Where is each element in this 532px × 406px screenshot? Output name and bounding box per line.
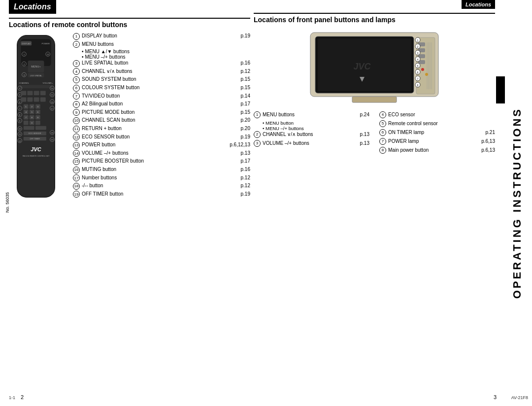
panel-sub: • MENU button [263, 120, 369, 126]
panel-item: 8 Main power button p.6,13 [379, 147, 495, 154]
left-page: Locations Locations of remote control bu… [9, 0, 250, 406]
right-page: Locations Locations of front panel butto… [254, 0, 495, 406]
svg-text:11: 11 [19, 133, 21, 135]
list-item: 5 SOUND SYSTEM button p.15 [73, 76, 250, 83]
list-item: 10 CHANNEL SCAN button p.20 [73, 117, 250, 124]
svg-text:RM-C216 REMOTE CONTROL UNIT: RM-C216 REMOTE CONTROL UNIT [23, 155, 49, 157]
svg-text:4: 4 [417, 58, 419, 61]
tv-panel-area: JVC 1 2 3 4 [254, 28, 495, 107]
list-item: 11 RETURN + button p.20 [73, 125, 250, 133]
remote-svg: DISPLAY POWER 1 13 2 MENU+ 3 LIVE SP [9, 33, 63, 200]
list-item: 15 PICTURE BOOSTER button p.17 [73, 158, 250, 165]
svg-text:10: 10 [19, 128, 21, 130]
svg-text:5: 5 [417, 65, 419, 68]
side-black-bar [496, 76, 505, 103]
svg-rect-36 [21, 98, 26, 102]
list-item: 3 LIVE SPATIAL button p.16 [73, 60, 250, 67]
list-item: 1 DISPLAY button p.19 [73, 33, 250, 40]
svg-text:CHANNEL: CHANNEL [19, 82, 29, 84]
panel-item: 4 ECO sensor [379, 111, 495, 118]
svg-text:16: 16 [51, 101, 53, 103]
svg-text:12: 12 [19, 140, 21, 142]
svg-text:2: 2 [417, 45, 419, 48]
svg-text:DISPLAY: DISPLAY [22, 42, 31, 45]
svg-text:18: 18 [51, 132, 53, 134]
svg-text:14: 14 [51, 87, 53, 90]
page-num-right: 3 [494, 394, 497, 400]
page-num-small: 1-1 [9, 395, 15, 400]
svg-text:LIVE SPATIAL: LIVE SPATIAL [30, 75, 42, 77]
panel-item: 7 POWER lamp p.6,13 [379, 138, 495, 145]
panel-item: 6 ON TIMER lamp p.21 [379, 129, 495, 136]
page-num-left: 2 [21, 394, 24, 400]
svg-text:POWER: POWER [41, 42, 50, 45]
tv-svg: JVC 1 2 3 4 [300, 28, 448, 106]
svg-rect-73 [35, 126, 46, 130]
list-item: 8 A2 Bilingual button p.17 [73, 101, 250, 108]
svg-text:JVC: JVC [353, 62, 371, 71]
svg-rect-72 [24, 126, 34, 130]
list-item: 2 MENU buttons [73, 41, 250, 48]
panel-left-col: 1 MENU buttons p.24 • MENU button • MENU… [254, 111, 369, 156]
list-item: 7 TV/VIDEO button p.14 [73, 93, 250, 100]
list-item: 6 COLOUR SYSTEM button p.15 [73, 84, 250, 92]
list-item: 19 OFF TIMER button p.19 [73, 191, 250, 198]
top-divider [9, 18, 250, 19]
side-title-panel: OPERATING INSTRUCTIONS [502, 0, 532, 406]
svg-text:OFF TIMER: OFF TIMER [30, 138, 40, 140]
list-item: 13 POWER button p.6,12,13 [73, 141, 250, 149]
left-subsection-title: Locations of remote control buttons [9, 21, 250, 29]
svg-rect-39 [40, 98, 46, 102]
panel-item: 3 VOLUME –/+ buttons p.13 [254, 140, 369, 147]
svg-rect-37 [27, 98, 33, 102]
svg-rect-28 [21, 91, 26, 95]
svg-text:13: 13 [47, 53, 49, 56]
svg-rect-38 [34, 98, 39, 102]
right-subsection-title: Locations of front panel buttons and lam… [254, 16, 495, 24]
svg-rect-66 [24, 121, 29, 125]
list-item: 18 -/-- button p.12 [73, 182, 250, 190]
svg-text:7: 7 [417, 77, 419, 80]
button-list: 1 DISPLAY button p.19 2 MENU buttons • M… [73, 33, 250, 201]
svg-point-102 [425, 73, 428, 76]
svg-rect-31 [40, 91, 46, 95]
svg-text:17: 17 [51, 107, 53, 110]
right-top-divider [254, 13, 495, 14]
model-num: AV-21F8 [511, 395, 528, 400]
svg-text:JVC: JVC [31, 146, 41, 152]
panel-right-col: 4 ECO sensor 5 Remote control sensor 6 O… [379, 111, 495, 156]
svg-text:MENU+: MENU+ [31, 65, 40, 68]
list-item: 16 MUTING button p.16 [73, 166, 250, 173]
remote-image: DISPLAY POWER 1 13 2 MENU+ 3 LIVE SP [9, 33, 68, 201]
list-item: 9 PICTURE MODE button p.15 [73, 109, 250, 116]
svg-rect-19 [20, 85, 52, 88]
panel-lists: 1 MENU buttons p.24 • MENU button • MENU… [254, 111, 495, 156]
svg-text:3: 3 [417, 52, 419, 55]
sub-item: • MENU –/+ buttons [82, 54, 250, 60]
panel-item: 2 CHANNEL ∨/∧ buttons p.13 [254, 131, 369, 138]
list-item: 17 Number buttons p.12 [73, 174, 250, 182]
panel-item: 1 MENU buttons p.24 [254, 111, 369, 118]
svg-text:ECO SENSOR: ECO SENSOR [29, 133, 41, 135]
svg-text:19: 19 [51, 138, 53, 141]
svg-rect-69 [35, 121, 40, 125]
list-item: 14 VOLUME –/+ buttons p.13 [73, 150, 250, 157]
panel-item: 5 Remote control sensor [379, 120, 495, 127]
svg-text:VOLUME+: VOLUME+ [43, 82, 53, 84]
svg-text:6: 6 [417, 71, 419, 74]
svg-rect-29 [27, 91, 33, 95]
sub-item: • MENU ▲/▼ buttons [82, 49, 250, 54]
remote-area: DISPLAY POWER 1 13 2 MENU+ 3 LIVE SP [9, 33, 250, 201]
svg-text:8: 8 [417, 84, 419, 87]
svg-text:1: 1 [417, 39, 419, 42]
svg-rect-30 [34, 91, 39, 95]
panel-sub: • MENU –/+ buttons [263, 126, 369, 131]
no-label: No. 56035 [5, 192, 10, 213]
svg-rect-103 [352, 97, 397, 102]
list-item: 12 ECO SENSOR button p.19 [73, 134, 250, 141]
left-section-header: Locations [9, 0, 250, 16]
svg-point-101 [421, 68, 424, 71]
right-header-bar: Locations [254, 0, 495, 11]
svg-text:15: 15 [51, 94, 53, 96]
list-item: 4 CHANNEL ∨/∧ buttons p.12 [73, 68, 250, 75]
